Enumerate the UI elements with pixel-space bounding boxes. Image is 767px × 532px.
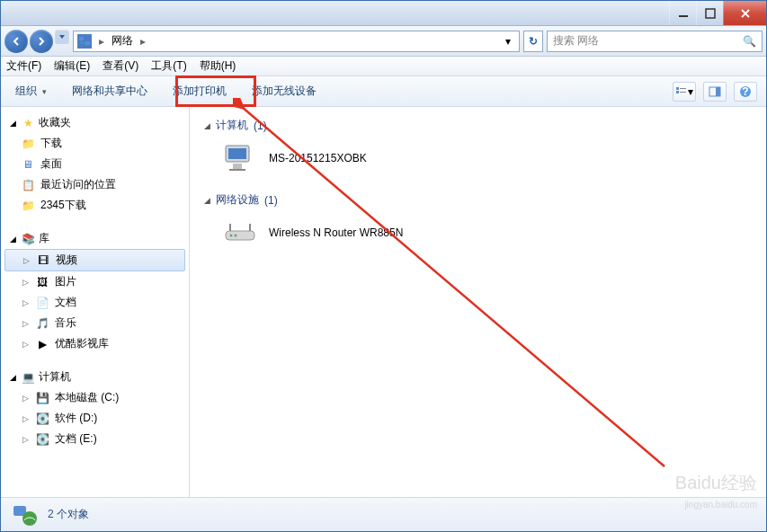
forward-button[interactable] <box>30 30 53 53</box>
svg-rect-4 <box>676 87 679 90</box>
back-button[interactable] <box>4 30 28 53</box>
svg-rect-1 <box>706 9 715 18</box>
menu-edit[interactable]: 编辑(E) <box>54 58 90 74</box>
folder-icon: 📁 <box>21 137 35 151</box>
network-icon <box>77 34 92 49</box>
chevron-right-icon: ▷ <box>21 319 30 328</box>
sidebar-item-drive-c[interactable]: ▷💾本地磁盘 (C:) <box>1 387 189 408</box>
drive-icon: 💾 <box>35 391 49 405</box>
nav-arrows <box>4 30 69 53</box>
video-icon: 🎞 <box>36 253 50 268</box>
favorites-group: ◢ ★ 收藏夹 📁下载 🖥桌面 📋最近访问的位置 📁2345下载 <box>1 112 189 216</box>
router-icon <box>222 217 258 249</box>
svg-rect-5 <box>676 91 679 93</box>
computer-header[interactable]: ◢ 💻 计算机 <box>1 367 189 387</box>
svg-rect-15 <box>229 169 245 171</box>
svg-rect-7 <box>680 92 686 93</box>
sidebar-item-videos[interactable]: ▷🎞视频 <box>4 249 185 271</box>
body: ◢ ★ 收藏夹 📁下载 🖥桌面 📋最近访问的位置 📁2345下载 ◢ 📚 库 ▷… <box>1 107 766 497</box>
chevron-down-icon: ◢ <box>8 119 17 128</box>
status-text: 2 个对象 <box>48 507 89 522</box>
computer-icon <box>222 142 258 174</box>
network-icon <box>10 501 39 529</box>
breadcrumb-arrow-icon: ▸ <box>138 35 147 48</box>
preview-pane-button[interactable] <box>703 82 727 102</box>
organize-button[interactable]: 组织 <box>10 80 52 102</box>
svg-text:?: ? <box>742 85 748 98</box>
sidebar-item-drive-e[interactable]: ▷💽文档 (E:) <box>1 429 189 449</box>
sidebar-item-drive-d[interactable]: ▷💽软件 (D:) <box>1 408 189 429</box>
network-center-button[interactable]: 网络和共享中心 <box>67 80 153 102</box>
svg-rect-3 <box>85 41 90 45</box>
add-printer-button[interactable]: 添加打印机 <box>167 80 232 102</box>
add-wireless-button[interactable]: 添加无线设备 <box>246 80 322 102</box>
sidebar-item-youku[interactable]: ▷▶优酷影视库 <box>1 333 189 354</box>
item-router[interactable]: Wireless N Router WR885N <box>204 211 752 263</box>
search-placeholder: 搜索 网络 <box>553 33 599 49</box>
menu-view[interactable]: 查看(V) <box>103 58 138 74</box>
svg-rect-0 <box>679 15 688 17</box>
item-computer[interactable]: MS-20151215XOBK <box>204 137 752 189</box>
address-bar[interactable]: ▸ 网络 ▸ ▾ <box>73 31 520 52</box>
chevron-right-icon: ▷ <box>22 256 31 265</box>
document-icon: 📄 <box>35 296 49 310</box>
menubar: 文件(F) 编辑(E) 查看(V) 工具(T) 帮助(H) <box>1 57 766 76</box>
svg-point-22 <box>22 511 37 526</box>
library-icon: 📚 <box>21 232 35 246</box>
folder-icon: 📁 <box>21 199 35 213</box>
recent-icon: 📋 <box>21 178 35 192</box>
sidebar-item-recent[interactable]: 📋最近访问的位置 <box>1 174 189 195</box>
help-button[interactable]: ? <box>734 82 757 102</box>
explorer-window: ▸ 网络 ▸ ▾ ↻ 搜索 网络 🔍 文件(F) 编辑(E) 查看(V) 工具(… <box>0 0 767 532</box>
svg-rect-6 <box>680 88 686 89</box>
address-dropdown[interactable]: ▾ <box>501 35 515 48</box>
drive-icon: 💽 <box>35 432 49 447</box>
svg-rect-2 <box>79 37 84 40</box>
toolbar: 组织 网络和共享中心 添加打印机 添加无线设备 ▾ ? <box>1 76 766 107</box>
close-button[interactable] <box>723 1 766 25</box>
sidebar-item-documents[interactable]: ▷📄文档 <box>1 292 189 313</box>
svg-rect-20 <box>249 224 251 231</box>
picture-icon: 🖼 <box>35 275 49 289</box>
search-input[interactable]: 搜索 网络 🔍 <box>547 31 763 52</box>
chevron-right-icon: ▷ <box>21 298 30 307</box>
libraries-group: ◢ 📚 库 ▷🎞视频 ▷🖼图片 ▷📄文档 ▷🎵音乐 ▷▶优酷影视库 <box>1 228 189 354</box>
menu-help[interactable]: 帮助(H) <box>200 58 236 74</box>
group-network-infra[interactable]: ◢ 网络设施 (1) <box>204 189 752 211</box>
libraries-header[interactable]: ◢ 📚 库 <box>1 228 189 249</box>
svg-point-18 <box>235 235 237 237</box>
content-pane: ◢ 计算机 (1) MS-20151215XOBK ◢ 网络设施 (1) Wir… <box>190 107 766 497</box>
svg-rect-19 <box>229 224 231 231</box>
sidebar-item-music[interactable]: ▷🎵音乐 <box>1 313 189 333</box>
drive-icon: 💽 <box>35 412 49 426</box>
location-text: 网络 <box>111 33 133 49</box>
svg-rect-13 <box>228 148 246 159</box>
chevron-right-icon: ▷ <box>21 278 30 287</box>
favorites-header[interactable]: ◢ ★ 收藏夹 <box>1 112 189 133</box>
view-options-button[interactable]: ▾ <box>673 82 696 102</box>
chevron-down-icon: ◢ <box>8 373 17 382</box>
chevron-down-icon: ◢ <box>204 121 210 130</box>
sidebar-item-2345[interactable]: 📁2345下载 <box>1 195 189 216</box>
statusbar: 2 个对象 <box>1 497 766 531</box>
chevron-down-icon: ◢ <box>8 235 17 244</box>
sidebar-item-downloads[interactable]: 📁下载 <box>1 133 189 154</box>
menu-file[interactable]: 文件(F) <box>6 58 41 74</box>
titlebar <box>1 1 766 26</box>
group-computers[interactable]: ◢ 计算机 (1) <box>204 114 752 137</box>
sidebar: ◢ ★ 收藏夹 📁下载 🖥桌面 📋最近访问的位置 📁2345下载 ◢ 📚 库 ▷… <box>1 107 190 497</box>
history-dropdown[interactable] <box>55 30 69 44</box>
computer-group: ◢ 💻 计算机 ▷💾本地磁盘 (C:) ▷💽软件 (D:) ▷💽文档 (E:) <box>1 367 189 449</box>
navbar: ▸ 网络 ▸ ▾ ↻ 搜索 网络 🔍 <box>1 26 766 57</box>
sidebar-item-desktop[interactable]: 🖥桌面 <box>1 154 189 174</box>
maximize-button[interactable] <box>696 1 723 25</box>
computer-icon: 💻 <box>21 370 35 385</box>
minimize-button[interactable] <box>669 1 696 25</box>
svg-rect-14 <box>233 164 242 169</box>
desktop-icon: 🖥 <box>21 157 35 172</box>
star-icon: ★ <box>21 116 35 130</box>
menu-tools[interactable]: 工具(T) <box>151 58 186 74</box>
play-icon: ▶ <box>35 337 49 351</box>
sidebar-item-pictures[interactable]: ▷🖼图片 <box>1 271 189 292</box>
refresh-button[interactable]: ↻ <box>523 31 543 52</box>
